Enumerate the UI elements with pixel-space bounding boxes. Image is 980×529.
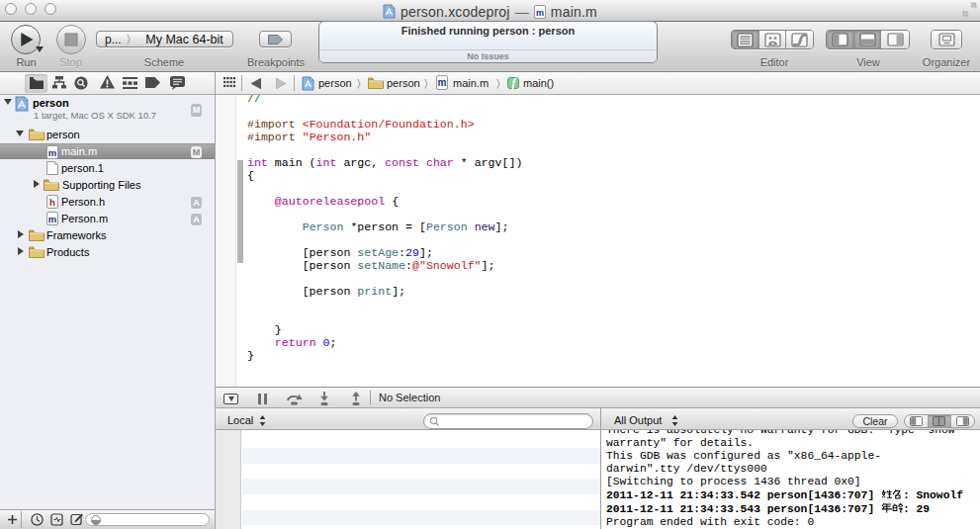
svg-text:m: m xyxy=(48,147,56,158)
svg-text:m: m xyxy=(536,7,544,17)
svg-text:m: m xyxy=(48,214,56,224)
svg-text:m: m xyxy=(438,77,447,88)
svg-text:h: h xyxy=(49,197,55,208)
